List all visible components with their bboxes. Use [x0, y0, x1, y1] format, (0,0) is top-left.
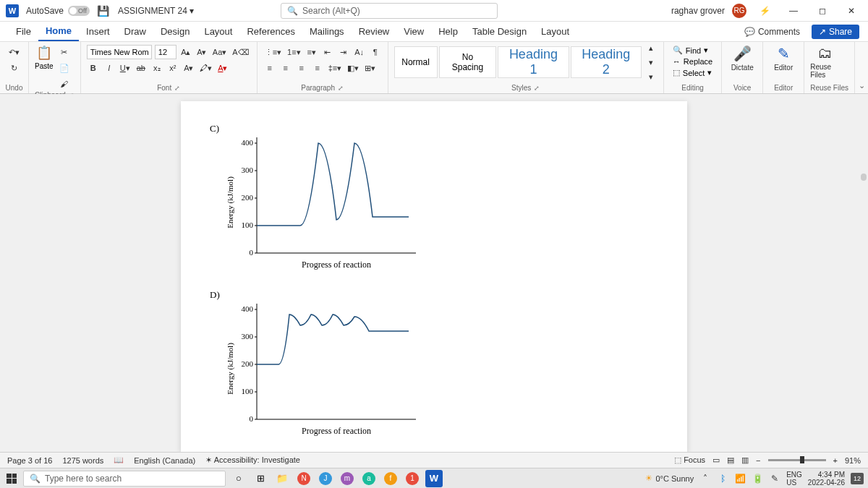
app-icon[interactable]: a [360, 470, 378, 487]
user-avatar[interactable]: RG [732, 4, 746, 18]
tab-mailings[interactable]: Mailings [302, 22, 352, 41]
web-layout-icon[interactable]: ▥ [741, 455, 749, 465]
style-heading2[interactable]: Heading 2 [571, 46, 642, 78]
word-count[interactable]: 1275 words [62, 456, 103, 465]
style-heading1[interactable]: Heading 1 [498, 46, 569, 78]
zoom-in-icon[interactable]: + [833, 456, 838, 465]
maximize-icon[interactable]: ◻ [812, 4, 833, 18]
styles-up-icon[interactable]: ▴ [644, 40, 658, 55]
replace-button[interactable]: ↔Replace [670, 56, 715, 67]
spellcheck-icon[interactable]: 📖 [114, 455, 124, 465]
styles-more-icon[interactable]: ▾ [644, 69, 658, 84]
tab-file[interactable]: File [9, 22, 38, 41]
tab-review[interactable]: Review [352, 22, 397, 41]
underline-button[interactable]: U▾ [119, 61, 132, 75]
font-name-select[interactable] [87, 45, 152, 59]
language-indicator[interactable]: English (Canada) [134, 456, 195, 465]
focus-button[interactable]: ⬚ Focus [674, 455, 705, 465]
styles-down-icon[interactable]: ▾ [644, 55, 658, 69]
tab-layout[interactable]: Layout [197, 22, 239, 41]
app-icon[interactable]: N [295, 470, 312, 487]
taskbar-search[interactable]: 🔍 Type here to search [23, 471, 226, 487]
tab-references[interactable]: References [239, 22, 302, 41]
share-button[interactable]: ↗ Share [812, 25, 859, 39]
styles-launcher-icon[interactable]: ⤢ [534, 85, 540, 92]
superscript-button[interactable]: x² [166, 61, 179, 75]
autosave-toggle[interactable]: AutoSave Off [26, 6, 90, 16]
tab-home[interactable]: Home [38, 22, 79, 41]
comments-button[interactable]: 💬 Comments [739, 25, 806, 39]
clear-format-button[interactable]: A⌫ [231, 45, 250, 59]
print-layout-icon[interactable]: ▤ [727, 455, 734, 465]
redo-button[interactable]: ↻ [6, 61, 22, 75]
style-no-spacing[interactable]: No Spacing [439, 46, 497, 78]
styles-gallery[interactable]: Normal No Spacing Heading 1 Heading 2 [394, 46, 642, 78]
zoom-level[interactable]: 91% [845, 456, 861, 465]
undo-button[interactable]: ↶▾ [6, 45, 22, 59]
app-icon[interactable]: J [317, 470, 334, 487]
wifi-icon[interactable]: 📶 [734, 473, 746, 484]
style-normal[interactable]: Normal [394, 46, 438, 78]
app-icon[interactable]: f [382, 470, 399, 487]
select-button[interactable]: ⬚Select▾ [670, 67, 715, 78]
bluetooth-icon[interactable]: ᛒ [717, 473, 728, 484]
highlight-button[interactable]: 🖍▾ [198, 61, 213, 75]
explorer-icon[interactable]: 📁 [273, 470, 291, 487]
dictate-button[interactable]: 🎤 Dictate [728, 45, 757, 72]
word-taskbar-icon[interactable]: W [425, 470, 443, 487]
document-area[interactable]: C) Energy (kJ/mol) 0 100 200 300 400 Pro… [0, 94, 868, 452]
multilevel-button[interactable]: ≡▾ [305, 45, 318, 59]
app-icon[interactable]: m [339, 470, 356, 487]
copy-button[interactable]: 📄 [58, 61, 71, 75]
show-marks-button[interactable]: ¶ [369, 45, 382, 59]
shading-button[interactable]: ◧▾ [346, 61, 360, 75]
close-icon[interactable]: ✕ [841, 4, 862, 18]
tab-table-design[interactable]: Table Design [465, 22, 534, 41]
paste-button[interactable]: 📋 Paste [35, 45, 54, 91]
italic-button[interactable]: I [103, 61, 116, 75]
tab-view[interactable]: View [396, 22, 431, 41]
font-size-select[interactable] [155, 45, 176, 59]
shrink-font-button[interactable]: A▾ [195, 45, 208, 59]
sort-button[interactable]: A↓ [353, 45, 366, 59]
tab-help[interactable]: Help [431, 22, 465, 41]
reuse-files-button[interactable]: 🗂 Reuse Files [810, 45, 839, 79]
change-case-button[interactable]: Aa▾ [211, 45, 228, 59]
align-center-button[interactable]: ≡ [279, 61, 292, 75]
save-icon[interactable]: 💾 [97, 5, 109, 17]
toggle-switch[interactable]: Off [68, 6, 90, 16]
editor-button[interactable]: ✎ Editor [769, 45, 798, 72]
decrease-indent-button[interactable]: ⇤ [321, 45, 334, 59]
battery-icon[interactable]: 🔋 [752, 473, 763, 484]
cortana-icon[interactable]: ○ [230, 470, 247, 487]
increase-indent-button[interactable]: ⇥ [337, 45, 350, 59]
document-title[interactable]: ASSIGNMENT 24 ▾ [118, 6, 194, 16]
language-tray[interactable]: ENG US [786, 471, 802, 487]
subscript-button[interactable]: x₂ [150, 61, 163, 75]
task-view-icon[interactable]: ⊞ [252, 470, 269, 487]
zoom-out-icon[interactable]: − [756, 456, 760, 465]
page-indicator[interactable]: Page 3 of 16 [7, 456, 52, 465]
find-button[interactable]: 🔍Find▾ [670, 45, 715, 56]
scrollbar-thumb[interactable] [861, 174, 867, 181]
chevron-up-icon[interactable]: ˄ [699, 473, 711, 484]
format-painter-button[interactable]: 🖌 [58, 77, 71, 91]
numbering-button[interactable]: 1≡▾ [286, 45, 302, 59]
app-icon[interactable]: 1 [404, 470, 421, 487]
align-left-button[interactable]: ≡ [263, 61, 276, 75]
grow-font-button[interactable]: A▴ [179, 45, 192, 59]
tab-design[interactable]: Design [153, 22, 197, 41]
tab-table-layout[interactable]: Layout [534, 22, 576, 41]
borders-button[interactable]: ⊞▾ [363, 61, 377, 75]
bullets-button[interactable]: ⋮≡▾ [263, 45, 283, 59]
clock[interactable]: 4:34 PM 2022-04-26 [808, 471, 845, 487]
pen-icon[interactable]: ✎ [769, 473, 780, 484]
minimize-icon[interactable]: — [783, 4, 804, 18]
start-button[interactable] [4, 471, 19, 486]
text-effects-button[interactable]: A▾ [182, 61, 195, 75]
justify-button[interactable]: ≡ [311, 61, 324, 75]
ribbon-display-icon[interactable]: ⚡ [754, 4, 775, 18]
notifications-icon[interactable]: 12 [851, 473, 864, 484]
cut-button[interactable]: ✂ [58, 45, 71, 59]
read-mode-icon[interactable]: ▭ [712, 455, 720, 465]
